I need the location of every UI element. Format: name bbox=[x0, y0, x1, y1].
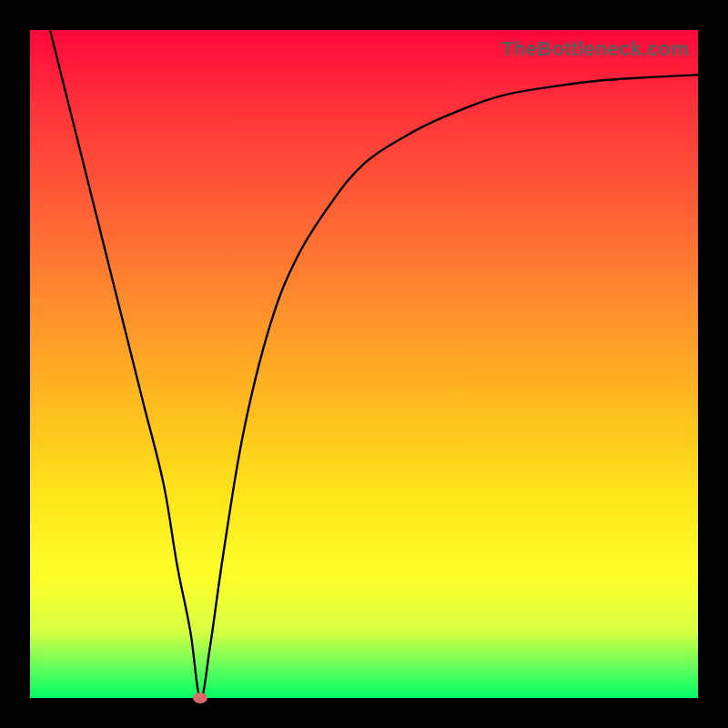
watermark-text: TheBottleneck.com bbox=[501, 37, 689, 61]
chart-frame: TheBottleneck.com bbox=[0, 0, 728, 728]
plot-area: TheBottleneck.com bbox=[30, 30, 698, 698]
minimum-marker-icon bbox=[193, 693, 207, 703]
bottleneck-curve bbox=[30, 30, 698, 698]
